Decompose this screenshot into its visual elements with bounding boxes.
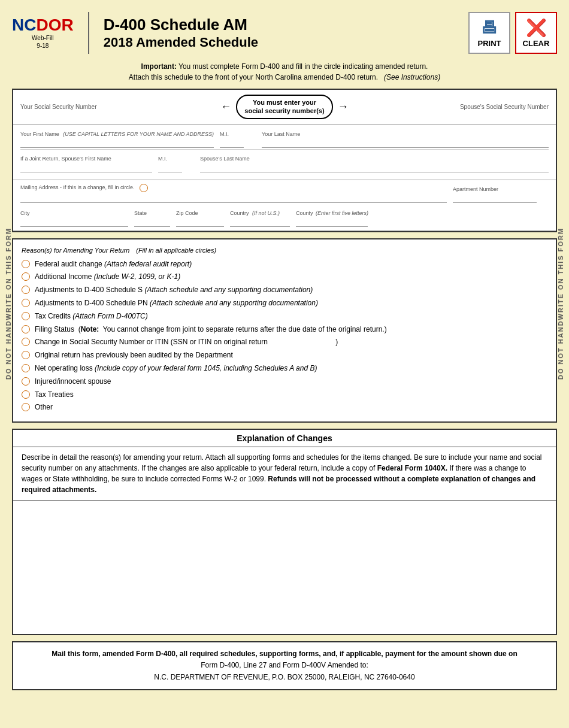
clear-button[interactable]: ❌ CLEAR [515,12,557,54]
mi-input[interactable] [220,137,244,148]
city-label: City [20,210,128,216]
zip-input[interactable] [176,216,224,227]
sidebar-left-text: DO NOT HANDWRITE ON THIS FORM [5,228,12,380]
address-row2: City State Zip Code Country (If not U.S.… [20,208,549,227]
mailing-label: Mailing Address - If this is a change, f… [20,184,447,192]
name-row-first: Your First Name (USE CAPITAL LETTERS FOR… [20,128,549,150]
reason-item-9: Net operating loss (Include copy of your… [22,363,547,374]
reason-item-2: Additional Income (Include W-2, 1099, or… [22,272,547,282]
logo-version: 9-18 [37,43,49,49]
sidebar-right: DO NOT HANDWRITE ON THIS FORM [557,228,564,380]
country-label: Country (If not U.S.) [230,210,290,216]
arrow-right: → [338,101,349,113]
radio-ssn-change[interactable] [22,338,30,346]
spouse-mi-label: M.I. [158,156,167,162]
apt-input[interactable] [453,192,537,203]
radio-injured-spouse[interactable] [22,377,30,386]
form-title: D-400 Schedule AM [104,16,258,34]
mi-label: M.I. [220,131,229,137]
state-input[interactable] [134,216,170,227]
name-row-spouse: If a Joint Return, Spouse's First Name M… [20,152,549,174]
radio-other[interactable] [22,403,30,411]
your-ssn-label: Your Social Security Number [20,104,152,110]
form-subtitle: 2018 Amended Schedule [104,35,258,50]
mi-block: M.I. [220,131,256,148]
logo-text: NCDOR [12,17,74,34]
ssn-bubble: You must enter your social security numb… [236,95,332,119]
explanation-text: Describe in detail the reason(s) for ame… [22,453,541,494]
ssn-bubble-line2: social security number(s) [244,107,324,115]
ssn-center: ← You must enter your social security nu… [152,95,417,119]
sidebar-left: DO NOT HANDWRITE ON THIS FORM [5,228,12,380]
footer-line3: N.C. DEPARTMENT OF REVENUE, P.O. BOX 250… [22,672,547,683]
county-input[interactable] [296,216,368,227]
radio-nol[interactable] [22,364,30,372]
radio-audited[interactable] [22,351,30,359]
address-row1: Mailing Address - If this is a change, f… [20,184,549,203]
reason-item-12: Other [22,402,547,412]
last-name-label: Your Last Name [262,131,549,137]
name-section: Your First Name (USE CAPITAL LETTERS FOR… [13,125,556,180]
explanation-textarea[interactable] [13,500,556,632]
explanation-title: Explanation of Changes [13,430,556,447]
reasons-title: Reason(s) for Amending Your Return (Fill… [22,245,547,254]
header-buttons: 🖶 PRINT ❌ CLEAR [468,12,557,54]
arrow-left: ← [220,101,231,113]
print-button[interactable]: 🖶 PRINT [468,12,510,54]
reason-item-4: Adjustments to D-400 Schedule PN (Attach… [22,298,547,308]
footer-line1: Mail this form, amended Form D-400, all … [22,648,547,660]
print-label: PRINT [478,39,501,48]
footer-section: Mail this form, amended Form D-400, all … [12,641,557,690]
ssn-section: Your Social Security Number ← You must e… [13,90,556,125]
radio-tax-treaties[interactable] [22,390,30,399]
radio-schedule-s[interactable] [22,286,30,294]
spouse-ssn-label: Spouse's Social Security Number [417,104,549,110]
important-note: Important: You must complete Form D-400 … [12,61,557,83]
reason-item-6: Filing Status (Note: You cannot change f… [22,324,547,335]
form-container: Your Social Security Number ← You must e… [12,89,557,232]
apt-label: Apartment Number [453,186,549,192]
explanation-body: Describe in detail the reason(s) for ame… [13,447,556,500]
title-block: D-400 Schedule AM 2018 Amended Schedule [104,16,258,50]
spouse-last-label: Spouse's Last Name [200,156,549,162]
reason-item-7: Change in Social Security Number or ITIN… [22,337,547,347]
logo-webfill: Web-Fill [32,35,53,41]
important-text1: You must complete Form D-400 and fill in… [178,62,428,71]
reason-item-3: Adjustments to D-400 Schedule S (Attach … [22,285,547,295]
ssn-bubble-line1: You must enter your [244,98,324,107]
important-text2: Attach this schedule to the front of you… [129,73,378,81]
radio-federal-audit[interactable] [22,260,30,268]
clear-icon: ❌ [526,18,547,38]
reasons-section: Reason(s) for Amending Your Return (Fill… [12,238,557,423]
header-left: NCDOR Web-Fill 9-18 D-400 Schedule AM 20… [12,12,258,54]
important-see: (See Instructions) [384,73,440,81]
spouse-first-label: If a Joint Return, Spouse's First Name [20,156,152,162]
header: NCDOR Web-Fill 9-18 D-400 Schedule AM 20… [12,12,557,54]
address-section: Mailing Address - If this is a change, f… [13,180,556,231]
radio-additional-income[interactable] [22,272,30,281]
reason-item-10: Injured/innocent spouse [22,377,547,387]
header-divider [88,12,89,54]
reason-item-8: Original return has previously been audi… [22,350,547,360]
ncdor-logo: NCDOR Web-Fill 9-18 [12,17,74,49]
reason-item-5: Tax Credits (Attach Form D-400TC) [22,311,547,321]
clear-label: CLEAR [523,39,550,48]
spouse-mi-block: M.I. [158,156,194,172]
explanation-section: Explanation of Changes Describe in detai… [12,429,557,635]
footer-line2: Form D-400, Line 27 and Form D-400V Amen… [22,660,547,671]
print-icon: 🖶 [481,18,498,38]
county-label: County (Enter first five letters) [296,210,368,216]
mailing-circle[interactable] [140,184,148,192]
country-input[interactable] [230,216,290,227]
radio-filing-status[interactable] [22,325,30,333]
state-label: State [134,210,170,216]
sidebar-right-text: DO NOT HANDWRITE ON THIS FORM [557,228,564,380]
first-name-label: Your First Name (USE CAPITAL LETTERS FOR… [20,131,214,137]
reason-item-1: Federal audit change (Attach federal aud… [22,259,547,269]
important-label: Important: [141,62,177,71]
radio-schedule-pn[interactable] [22,299,30,307]
reason-item-11: Tax Treaties [22,390,547,400]
city-input[interactable] [20,216,128,227]
spouse-mi-input[interactable] [158,162,182,172]
radio-tax-credits[interactable] [22,312,30,320]
